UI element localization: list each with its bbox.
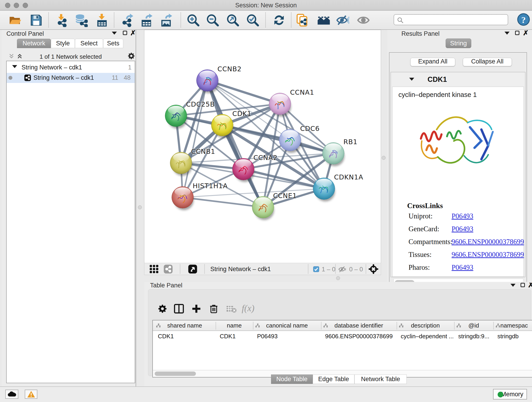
column-separator[interactable] bbox=[454, 322, 455, 330]
zoom-selected-icon[interactable] bbox=[246, 13, 259, 27]
table-cell[interactable]: stringdb bbox=[497, 331, 532, 341]
import-database-icon[interactable] bbox=[75, 13, 88, 27]
tab-sets[interactable]: Sets bbox=[103, 39, 123, 48]
collection-expander-icon[interactable] bbox=[12, 65, 17, 68]
column-header-shared-name[interactable]: shared name bbox=[154, 320, 215, 331]
node-CDKN1A[interactable] bbox=[313, 178, 335, 200]
node-CCNB1[interactable] bbox=[170, 152, 192, 174]
column-header-canonical-name[interactable]: canonical name bbox=[253, 320, 321, 331]
zoom-in-icon[interactable] bbox=[186, 13, 200, 27]
help-icon[interactable]: ? bbox=[517, 13, 530, 26]
tab-network[interactable]: Network bbox=[17, 39, 51, 48]
network-row-selected[interactable]: String Network – cdk1 11 48 bbox=[7, 73, 135, 83]
zoom-out-icon[interactable] bbox=[206, 13, 219, 27]
tab-style[interactable]: Style bbox=[51, 39, 75, 48]
node-CDC6[interactable] bbox=[279, 129, 301, 151]
birdseye-grid-icon[interactable] bbox=[149, 264, 159, 274]
network-share-icon[interactable] bbox=[164, 264, 173, 274]
results-panel-menu-icon[interactable] bbox=[505, 32, 510, 35]
expand-all-button[interactable]: Expand All bbox=[410, 58, 455, 66]
left-splitter-handle[interactable] bbox=[138, 205, 142, 209]
crosslink-link[interactable]: P06493 bbox=[452, 225, 473, 233]
table-panel-menu-icon[interactable] bbox=[510, 284, 515, 287]
bottom-splitter-handle[interactable] bbox=[336, 276, 340, 280]
control-panel-menu-icon[interactable] bbox=[112, 32, 117, 35]
control-panel-float-icon[interactable] bbox=[123, 31, 127, 35]
table-cell[interactable]: 9606.ENSP00000378699 bbox=[325, 331, 396, 341]
results-panel-close-icon[interactable]: ✗ bbox=[523, 31, 529, 35]
table-cell[interactable]: stringdb:9... bbox=[458, 331, 493, 341]
edge-HIST1H1A-CCNE1[interactable] bbox=[183, 197, 263, 207]
section-expander-icon[interactable] bbox=[409, 78, 414, 81]
zoom-fit-icon[interactable] bbox=[226, 13, 239, 27]
node-CDC25B[interactable] bbox=[165, 105, 187, 127]
node-HIST1H1A[interactable] bbox=[172, 186, 194, 208]
crosslink-link[interactable]: 9606.ENSP00000378699 bbox=[452, 250, 524, 259]
add-column-icon[interactable] bbox=[191, 304, 201, 313]
results-tab-string[interactable]: String bbox=[446, 38, 471, 48]
table-toolbar: f(x) shared namenamecanonical namedataba… bbox=[148, 289, 531, 376]
network-collection-row[interactable]: String Network – cdk1 1 bbox=[7, 62, 135, 73]
network-canvas[interactable]: CCNB2CCNA1CDC25BCDK1CDC6RB1CCNB1CCNA2CDK… bbox=[144, 30, 381, 263]
column-header-@id[interactable]: @id bbox=[454, 320, 493, 331]
tab-node-table[interactable]: Node Table bbox=[271, 375, 313, 384]
warnings-button[interactable] bbox=[25, 390, 37, 399]
save-session-icon[interactable] bbox=[30, 13, 43, 27]
column-header-description[interactable]: description bbox=[397, 320, 454, 331]
tab-network-table[interactable]: Network Table bbox=[355, 375, 407, 384]
cloud-status-button[interactable] bbox=[5, 390, 18, 399]
results-panel-float-icon[interactable] bbox=[515, 31, 519, 35]
edge-CCNB2-CCNA1[interactable] bbox=[207, 80, 280, 104]
export-network-icon[interactable] bbox=[120, 13, 134, 27]
table-cell[interactable]: cyclin–dependent ... bbox=[401, 331, 454, 341]
selected-checkbox-icon[interactable] bbox=[313, 266, 319, 272]
export-table-icon[interactable] bbox=[140, 13, 153, 27]
table-cell[interactable]: P06493 bbox=[257, 331, 321, 341]
table-panel-close-icon[interactable]: ✗ bbox=[528, 283, 532, 287]
import-network-icon[interactable] bbox=[55, 13, 69, 27]
table-cell[interactable]: CDK1 bbox=[158, 331, 215, 341]
crosslink-link[interactable]: P06493 bbox=[452, 212, 473, 220]
node-CCNA2[interactable] bbox=[232, 158, 254, 180]
delete-column-icon[interactable] bbox=[209, 304, 218, 313]
column-separator[interactable] bbox=[253, 322, 253, 330]
node-RB1[interactable] bbox=[322, 142, 344, 164]
refresh-icon[interactable] bbox=[272, 13, 286, 27]
column-separator[interactable] bbox=[397, 322, 397, 330]
crosslink-link[interactable]: P06493 bbox=[452, 263, 473, 272]
search-input[interactable] bbox=[394, 14, 508, 25]
column-separator[interactable] bbox=[493, 322, 494, 330]
column-separator[interactable] bbox=[215, 322, 216, 330]
fit-selected-crosshair-icon[interactable] bbox=[369, 264, 378, 274]
node-CCNA1[interactable] bbox=[269, 93, 291, 115]
crosslink-link[interactable]: 9606.ENSP00000378699 bbox=[452, 238, 524, 246]
column-header-namespac[interactable]: namespac bbox=[493, 320, 532, 331]
collapse-all-button[interactable]: Collapse All bbox=[463, 58, 512, 66]
copy-network-icon[interactable] bbox=[296, 13, 309, 27]
table-cell[interactable]: CDK1 bbox=[220, 331, 253, 341]
tab-edge-table[interactable]: Edge Table bbox=[313, 375, 355, 384]
table-hscroll-thumb[interactable] bbox=[155, 371, 196, 376]
column-header-name[interactable]: name bbox=[215, 320, 253, 331]
node-CCNB2[interactable] bbox=[196, 70, 218, 91]
column-separator[interactable] bbox=[321, 322, 322, 330]
table-panel-float-icon[interactable] bbox=[520, 283, 525, 287]
node-CCNE1[interactable] bbox=[252, 196, 274, 218]
tab-select[interactable]: Select bbox=[75, 39, 103, 48]
export-image-icon[interactable] bbox=[160, 13, 173, 27]
home-layout-icon[interactable] bbox=[317, 13, 330, 27]
control-panel-close-icon[interactable]: ✗ bbox=[130, 31, 136, 35]
open-session-icon[interactable] bbox=[8, 13, 22, 27]
right-splitter-handle[interactable] bbox=[382, 156, 386, 160]
open-in-window-icon[interactable] bbox=[188, 264, 197, 274]
edge-CCNB2-HIST1H1A[interactable] bbox=[183, 80, 207, 197]
node-CDK1[interactable] bbox=[211, 114, 233, 136]
hide-selected-icon[interactable] bbox=[336, 13, 349, 27]
import-table-icon[interactable] bbox=[95, 13, 108, 27]
table-gear-icon[interactable] bbox=[158, 304, 167, 313]
network-options-gear-icon[interactable] bbox=[128, 52, 135, 60]
column-header-database-identifier[interactable]: database identifier bbox=[321, 320, 397, 331]
show-columns-icon[interactable] bbox=[174, 304, 184, 313]
memory-button[interactable]: Memory bbox=[493, 389, 527, 400]
show-all-icon[interactable] bbox=[357, 13, 370, 27]
